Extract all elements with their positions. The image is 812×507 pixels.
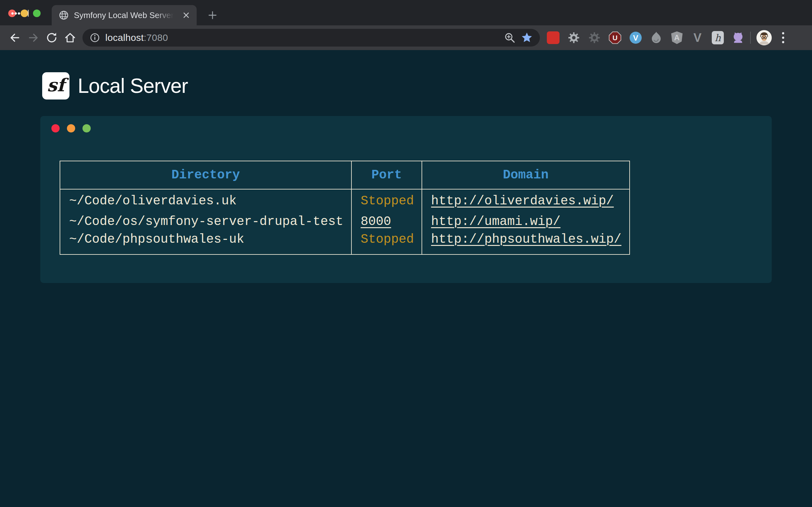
toolbar-divider (750, 32, 751, 44)
symfony-sf-glyph: sf (47, 74, 65, 95)
browser-window: Symfony Local Web Server: Prox (0, 0, 812, 50)
tab-strip: Symfony Local Web Server: Prox (0, 0, 812, 25)
domain-link[interactable]: http://oliverdavies.wip/ (431, 194, 614, 208)
address-bar[interactable]: localhost:7080 (83, 29, 540, 47)
profile-avatar[interactable] (757, 30, 772, 45)
table-row: ~/Code/phpsouthwales-uk Stopped http://p… (60, 232, 629, 255)
terminal-dot-green (83, 124, 91, 132)
terminal-dot-orange (67, 124, 75, 132)
drupal-droplet-icon[interactable] (650, 32, 663, 44)
ublock-origin-icon[interactable]: U (609, 32, 621, 44)
back-button[interactable] (6, 29, 24, 47)
browser-toolbar: localhost:7080 •••▏ (0, 25, 812, 50)
reload-button[interactable] (43, 29, 61, 47)
browser-menu-icon[interactable] (775, 30, 791, 45)
gear-dark-icon[interactable] (588, 32, 601, 44)
svg-text:U: U (612, 34, 618, 42)
h-chip-icon[interactable]: h (712, 31, 724, 44)
svg-text:A: A (674, 33, 679, 42)
lastpass-icon[interactable]: •••▏ (547, 32, 560, 44)
v-letter-icon[interactable]: V (691, 32, 704, 44)
table-header-row: Directory Port Domain (60, 161, 629, 189)
terminal-dots (51, 124, 91, 132)
angular-shield-icon[interactable]: A (670, 32, 683, 44)
forward-button[interactable] (24, 29, 43, 47)
table-row: ~/Code/os/symfony-server-drupal-test 800… (60, 211, 629, 232)
tab-close-icon[interactable] (181, 10, 192, 20)
github-octocat-icon[interactable] (732, 32, 745, 44)
brand-header: sf Local Server (42, 72, 812, 100)
servers-table: Directory Port Domain ~/Code/oliverdavie… (60, 161, 630, 255)
url-text[interactable]: localhost:7080 (105, 32, 168, 43)
extensions-row: •••▏ U (547, 31, 745, 44)
directory-cell: ~/Code/phpsouthwales-uk (60, 232, 351, 255)
page-title: Local Server (78, 74, 188, 98)
symfony-logo: sf (42, 72, 69, 100)
server-status-card: Directory Port Domain ~/Code/oliverdavie… (40, 116, 772, 283)
window-zoom-button[interactable] (33, 9, 41, 17)
page-info-icon[interactable] (90, 32, 100, 43)
home-button[interactable] (61, 29, 79, 47)
blue-v-badge-icon[interactable]: V (629, 32, 642, 44)
port-status: Stopped (351, 232, 422, 255)
column-header-port: Port (351, 161, 422, 189)
tab-title: Symfony Local Web Server: Prox (74, 10, 176, 20)
bookmark-star-icon[interactable] (521, 32, 533, 44)
gear-light-icon[interactable] (567, 32, 580, 44)
port-link[interactable]: 8000 (361, 215, 391, 229)
page-content: sf Local Server Directory Port Domain ~/… (0, 50, 812, 507)
zoom-magnifier-icon[interactable] (504, 32, 516, 44)
directory-cell: ~/Code/os/symfony-server-drupal-test (60, 211, 351, 232)
port-status: Stopped (351, 189, 422, 211)
globe-favicon-icon (59, 10, 69, 20)
column-header-directory: Directory (60, 161, 351, 189)
browser-tab[interactable]: Symfony Local Web Server: Prox (52, 5, 197, 25)
new-tab-button[interactable] (205, 8, 220, 23)
domain-link[interactable]: http://umami.wip/ (431, 215, 560, 229)
column-header-domain: Domain (422, 161, 629, 189)
terminal-dot-red (51, 124, 60, 132)
directory-cell: ~/Code/oliverdavies.uk (60, 189, 351, 211)
svg-text:V: V (633, 34, 639, 42)
domain-link[interactable]: http://phpsouthwales.wip/ (431, 232, 621, 246)
table-row: ~/Code/oliverdavies.uk Stopped http://ol… (60, 189, 629, 211)
